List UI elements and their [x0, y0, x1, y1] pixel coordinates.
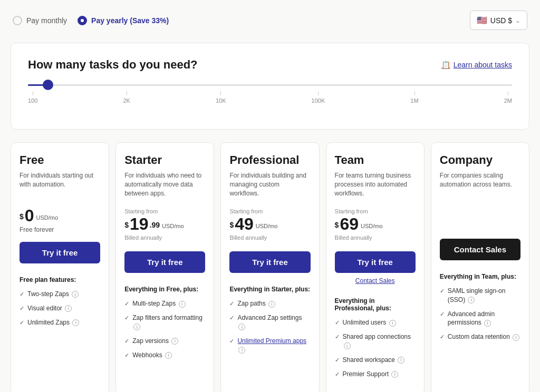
pay-monthly-option[interactable]: Pay monthly: [13, 16, 67, 25]
feature-text: Unlimited users i: [343, 318, 396, 327]
cta-button[interactable]: Try it free: [335, 251, 416, 273]
feature-item: ✓ Zap versions i: [124, 337, 205, 346]
check-icon: ✓: [20, 319, 24, 327]
plan-name: Company: [440, 153, 520, 167]
tasks-slider-container: 100 2K 10K 100K 1M 2M: [28, 84, 512, 114]
info-icon[interactable]: i: [133, 324, 140, 330]
feature-text: Custom data retention i: [448, 332, 519, 341]
check-icon: ✓: [124, 314, 129, 322]
cta-button[interactable]: Try it free: [229, 251, 310, 273]
info-icon[interactable]: i: [389, 320, 396, 327]
feature-link[interactable]: Unlimited Premium apps: [237, 337, 306, 345]
billed-note: Billed annually: [335, 234, 416, 243]
info-icon[interactable]: i: [179, 301, 186, 308]
features-title: Free plan features:: [20, 276, 100, 283]
plan-description: For individuals who need to automaticall…: [124, 171, 205, 198]
feature-text: Multi-step Zaps i: [132, 299, 185, 308]
info-icon[interactable]: i: [238, 324, 245, 330]
feature-item: ✓ Zap paths i: [229, 299, 310, 308]
check-icon: ✓: [20, 290, 24, 298]
info-icon[interactable]: i: [268, 301, 275, 308]
price-dollar-sign: $: [20, 212, 24, 221]
info-icon[interactable]: i: [238, 347, 245, 354]
tasks-title: How many tasks do you need?: [28, 58, 198, 72]
feature-item: ✓ SAML single sign-on (SSO) i: [440, 287, 520, 305]
plan-description: For individuals starting out with automa…: [20, 171, 100, 197]
check-icon: ✓: [335, 370, 340, 378]
feature-item: ✓ Advanced admin permissions i: [440, 310, 520, 328]
info-icon[interactable]: i: [165, 352, 172, 359]
price-amount: 49: [235, 215, 254, 232]
tick-2k: 2K: [123, 91, 130, 104]
check-icon: ✓: [229, 337, 234, 345]
feature-item: ✓ Visual editor i: [20, 304, 100, 313]
feature-text: Zap paths i: [237, 299, 275, 308]
feature-text: Visual editor i: [27, 304, 72, 313]
tick-100: 100: [28, 91, 37, 104]
info-icon[interactable]: i: [65, 305, 72, 312]
price-dollar-sign: $: [229, 221, 234, 229]
price-dollar-sign: $: [124, 221, 129, 229]
check-icon: ✓: [440, 287, 445, 295]
starting-from-label: Starting from: [124, 208, 205, 214]
pay-yearly-option[interactable]: Pay yearly (Save 33%): [78, 16, 169, 25]
check-icon: ✓: [229, 314, 234, 322]
info-icon[interactable]: i: [468, 297, 475, 303]
tick-2m: 2M: [504, 91, 512, 104]
info-icon[interactable]: i: [72, 291, 79, 298]
feature-text: Shared workspace i: [343, 356, 405, 365]
feature-item: ✓ Premier Support i: [335, 370, 416, 379]
feature-item: ✓ Two-step Zaps i: [20, 290, 100, 299]
price-period: USD/mo: [36, 214, 59, 221]
currency-selector[interactable]: 🇺🇸 USD $ ⌄: [470, 11, 527, 30]
features-title: Everything in Starter, plus:: [229, 286, 310, 293]
learn-link-label: Learn about tasks: [454, 61, 512, 69]
tasks-section: How many tasks do you need? 📋 Learn abou…: [11, 43, 529, 130]
price-period: USD/mo: [361, 223, 383, 229]
billing-toggle: Pay monthly Pay yearly (Save 33%): [13, 16, 169, 25]
check-icon: ✓: [124, 351, 129, 359]
plan-name: Starter: [124, 153, 205, 167]
tick-100k: 100K: [312, 91, 325, 104]
learn-about-tasks-link[interactable]: 📋 Learn about tasks: [441, 61, 512, 69]
plan-card-free: Free For individuals starting out with a…: [11, 142, 109, 392]
feature-text: Zap versions i: [132, 337, 178, 346]
info-icon[interactable]: i: [344, 342, 351, 349]
plan-name: Professional: [229, 153, 310, 167]
price-section: $ 0 USD/mo: [20, 207, 100, 224]
cta-button[interactable]: Try it free: [20, 242, 100, 263]
info-icon[interactable]: i: [72, 319, 79, 326]
plan-card-professional: Professional For individuals building an…: [220, 142, 319, 392]
plan-description: For teams turning business processes int…: [335, 171, 416, 198]
feature-text: Webhooks i: [132, 351, 172, 360]
price-amount: 19: [130, 215, 149, 232]
slider-thumb[interactable]: [43, 80, 53, 90]
info-icon[interactable]: i: [484, 320, 491, 327]
info-icon[interactable]: i: [513, 334, 519, 341]
feature-text: SAML single sign-on (SSO) i: [448, 287, 520, 305]
plan-name: Team: [335, 153, 416, 167]
price-cents: .99: [150, 221, 160, 229]
slider-track: [28, 84, 512, 86]
price-amount: 0: [25, 207, 34, 224]
contact-sales-link[interactable]: Contact Sales: [335, 277, 416, 285]
feature-text: Unlimited Premium apps i: [237, 337, 310, 355]
feature-item: ✓ Shared workspace i: [335, 356, 416, 365]
pay-yearly-radio[interactable]: [78, 16, 87, 25]
price-period: USD/mo: [256, 223, 278, 229]
pricing-grid: Free For individuals starting out with a…: [11, 142, 529, 392]
feature-text: Advanced Zap settings i: [237, 313, 310, 331]
price-amount: 69: [340, 215, 359, 232]
info-icon[interactable]: i: [391, 371, 398, 378]
pay-monthly-radio[interactable]: [13, 16, 22, 25]
info-icon[interactable]: i: [171, 338, 178, 345]
cta-button[interactable]: Try it free: [124, 251, 205, 273]
check-icon: ✓: [20, 305, 24, 312]
info-icon[interactable]: i: [398, 357, 404, 364]
feature-item: ✓ Custom data retention i: [440, 332, 520, 341]
price-period: USD/mo: [162, 223, 184, 229]
check-icon: ✓: [440, 333, 445, 341]
cta-button[interactable]: Contact Sales: [440, 239, 520, 260]
plan-card-starter: Starter For individuals who need to auto…: [115, 142, 214, 392]
feature-text: Unlimited Zaps i: [27, 318, 79, 327]
